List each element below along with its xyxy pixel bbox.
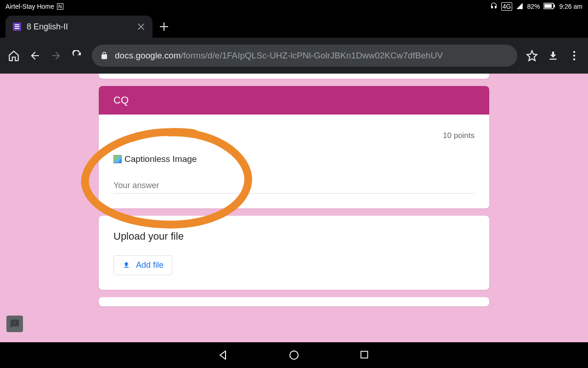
download-button[interactable] [547,49,560,62]
close-tab-icon[interactable] [137,23,145,31]
feedback-button[interactable] [6,316,23,332]
browser-tab[interactable]: 8 English-II [6,16,153,38]
menu-button[interactable] [568,49,581,62]
android-nav-bar [0,342,588,368]
battery-percentage: 82% [527,3,540,10]
tab-title: 8 English-II [27,22,131,32]
plus-icon [160,23,168,31]
new-tab-button[interactable] [153,16,175,38]
notification-icon: N [57,3,63,10]
page-viewport[interactable]: you upload files and submit this form. N… [0,74,588,342]
form-header-card: you upload files and submit this form. N… [99,74,489,79]
nav-back-button[interactable] [218,350,229,361]
next-card-peek [99,297,489,306]
svg-rect-1 [544,4,552,8]
add-file-button[interactable]: Add file [113,255,172,275]
clock-label: 9:26 am [559,3,582,10]
feedback-icon [10,319,20,329]
upload-card: Upload your file Add file [99,216,489,290]
url-path: /forms/d/e/1FAIpQLSc-UHZ-lcPNl-GolrJBKn1… [181,51,443,60]
broken-image-icon [113,155,122,163]
add-file-label: Add file [136,260,164,270]
svg-rect-7 [361,351,368,358]
url-host: docs.google.com [115,51,181,60]
browser-tab-strip: 8 English-II [0,13,588,38]
reload-button[interactable] [71,49,84,62]
android-status-bar: Airtel-Stay Home N 4G 82% 9:26 am [0,0,588,13]
headset-icon [490,2,498,11]
carrier-label: Airtel-Stay Home [6,3,54,10]
svg-point-6 [290,351,298,359]
battery-icon [543,3,555,11]
forward-button[interactable] [50,49,62,62]
home-button[interactable] [7,49,20,62]
nav-recent-button[interactable] [359,350,370,361]
upload-section-title: Upload your file [113,230,475,242]
points-label: 10 points [443,131,475,140]
network-gen-badge: 4G [501,2,513,11]
answer-input[interactable] [113,181,475,194]
forms-favicon-icon [13,23,21,31]
broken-image-alt-text: Captionless Image [124,154,197,164]
lock-icon [100,52,108,60]
svg-point-5 [573,58,575,60]
nav-home-button[interactable] [288,350,300,361]
svg-point-4 [573,55,575,57]
question-section-card: CQ 10 points Captionless Image [99,86,489,208]
broken-image-placeholder: Captionless Image [113,154,475,164]
svg-point-3 [573,51,575,53]
svg-rect-2 [554,5,555,7]
browser-toolbar: docs.google.com/forms/d/e/1FAIpQLSc-UHZ-… [0,38,588,74]
back-button[interactable] [28,49,41,62]
bookmark-button[interactable] [526,49,538,62]
upload-icon [122,261,130,269]
address-bar[interactable]: docs.google.com/forms/d/e/1FAIpQLSc-UHZ-… [92,45,517,67]
section-title: CQ [99,86,489,115]
signal-icon [516,2,523,11]
